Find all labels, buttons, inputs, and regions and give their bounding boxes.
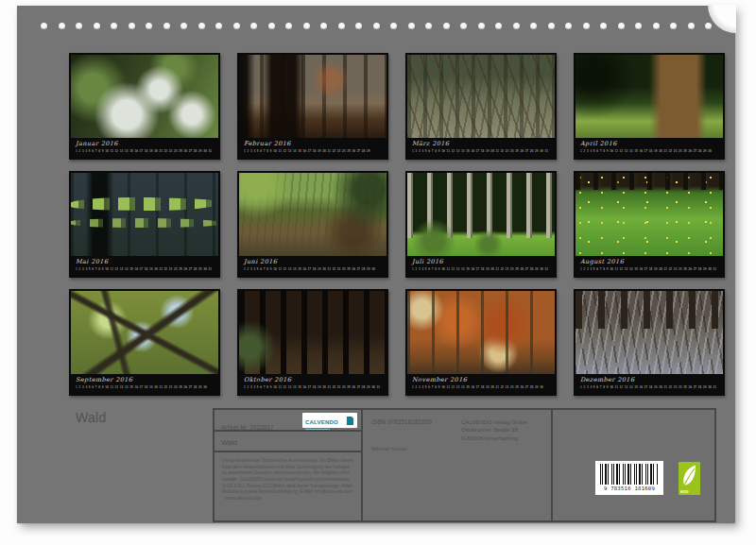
binding-hole xyxy=(443,23,450,29)
binding-hole xyxy=(146,23,152,29)
month-photo-autumn-foliage xyxy=(407,291,555,374)
month-dates-row: 1 2 3 4 5 6 7 8 9 10 11 12 13 14 15 16 1… xyxy=(412,148,551,153)
month-strip: August 20161 2 3 4 5 6 7 8 9 10 11 12 13… xyxy=(576,256,723,276)
binding-hole xyxy=(495,23,502,29)
month-label: Januar 2016 xyxy=(76,140,214,148)
month-strip: Mai 20161 2 3 4 5 6 7 8 9 10 11 12 13 14… xyxy=(71,256,218,276)
article-number-cell: Artikel-Nr. 2032817 CALVENDO xyxy=(215,410,361,432)
barcode-bars xyxy=(600,464,659,485)
month-thumb-12: Dezember 20161 2 3 4 5 6 7 8 9 10 11 12 … xyxy=(574,289,725,396)
binding-hole xyxy=(618,23,625,29)
month-dates-row: 1 2 3 4 5 6 7 8 9 10 11 12 13 14 15 16 1… xyxy=(412,384,551,389)
binding-hole xyxy=(268,23,275,29)
month-thumb-8: August 20161 2 3 4 5 6 7 8 9 10 11 12 13… xyxy=(574,171,725,278)
page-curl-corner xyxy=(708,5,736,33)
binding-hole xyxy=(285,23,292,29)
month-dates-row: 1 2 3 4 5 6 7 8 9 10 11 12 13 14 15 16 1… xyxy=(244,266,383,271)
month-strip: Juni 20161 2 3 4 5 6 7 8 9 10 11 12 13 1… xyxy=(239,256,387,276)
binding-hole xyxy=(548,23,555,29)
barcode-digits: 9 783516 181609 xyxy=(600,485,659,491)
month-strip: Dezember 20161 2 3 4 5 6 7 8 9 10 11 12 … xyxy=(576,374,723,394)
month-label: Februar 2016 xyxy=(244,140,382,148)
month-strip: November 20161 2 3 4 5 6 7 8 9 10 11 12 … xyxy=(407,374,555,394)
binding-hole xyxy=(59,23,65,29)
month-thumb-6: Juni 20161 2 3 4 5 6 7 8 9 10 11 12 13 1… xyxy=(237,171,388,278)
month-strip: Oktober 20161 2 3 4 5 6 7 8 9 10 11 12 1… xyxy=(239,374,387,394)
binding-hole xyxy=(111,23,117,29)
month-dates-row: 1 2 3 4 5 6 7 8 9 10 11 12 13 14 15 16 1… xyxy=(76,266,215,271)
calvendo-logo: CALVENDO xyxy=(302,413,357,428)
binding-hole xyxy=(180,23,187,29)
binding-hole xyxy=(460,23,467,29)
binding-hole xyxy=(408,23,415,29)
eco-leaf-icon xyxy=(680,464,698,488)
month-photo-dark-forest-interior xyxy=(239,291,387,374)
month-dates-row: 1 2 3 4 5 6 7 8 9 10 11 12 13 14 15 16 1… xyxy=(580,266,719,271)
month-photo-mossy-glade-trunk xyxy=(576,55,723,138)
month-dates-row: 1 2 3 4 5 6 7 8 9 10 11 12 13 14 15 16 1… xyxy=(580,148,719,153)
publisher-line-3: D-82008 Unterhaching xyxy=(461,434,527,442)
month-label: November 2016 xyxy=(412,376,550,384)
month-dates-row: 1 2 3 4 5 6 7 8 9 10 11 12 13 14 15 16 1… xyxy=(412,266,551,271)
product-info-box: Artikel-Nr. 2032817 CALVENDO Wald Infolg… xyxy=(213,408,716,522)
author-name: Werner Gruse xyxy=(371,446,407,451)
publisher-address: CALVENDO Verlag GmbH Ottobrunner Straße … xyxy=(461,418,527,442)
publisher-line-2: Ottobrunner Straße 39 xyxy=(461,426,527,434)
month-photo-canopy-skyward xyxy=(71,291,218,374)
article-number: Artikel-Nr. 2032817 xyxy=(221,424,274,431)
binding-hole xyxy=(373,23,380,29)
binding-hole xyxy=(94,23,100,29)
month-thumb-4: April 20161 2 3 4 5 6 7 8 9 10 11 12 13 … xyxy=(574,53,725,160)
binding-holes xyxy=(41,23,712,29)
binding-hole xyxy=(390,23,397,29)
binding-hole xyxy=(129,23,135,29)
month-label: April 2016 xyxy=(580,140,718,148)
binding-hole xyxy=(670,23,677,29)
binding-hole xyxy=(513,23,520,29)
month-label: August 2016 xyxy=(580,258,718,266)
binding-hole xyxy=(583,23,590,29)
binding-hole xyxy=(600,23,607,29)
calvendo-logo-text: CALVENDO xyxy=(305,419,338,425)
month-thumb-10: Oktober 20161 2 3 4 5 6 7 8 9 10 11 12 1… xyxy=(237,289,388,396)
binding-hole xyxy=(425,23,432,29)
info-col-article: Artikel-Nr. 2032817 CALVENDO Wald Infolg… xyxy=(215,410,363,520)
month-label: Mai 2016 xyxy=(76,258,214,266)
isbn-text: ISBN 9783516181609 xyxy=(371,418,432,425)
binding-hole xyxy=(478,23,485,29)
month-thumb-9: September 20161 2 3 4 5 6 7 8 9 10 11 12… xyxy=(69,289,220,396)
binding-hole xyxy=(530,23,537,29)
info-col-isbn: ISBN 9783516181609 Werner Gruse CALVENDO… xyxy=(363,410,553,520)
eco-badge: eco xyxy=(679,462,700,495)
month-dates-row: 1 2 3 4 5 6 7 8 9 10 11 12 13 14 15 16 1… xyxy=(76,148,215,153)
month-label: März 2016 xyxy=(412,140,550,148)
month-label: Oktober 2016 xyxy=(244,376,382,384)
binding-hole xyxy=(565,23,572,29)
month-photo-dark-forest-trunk xyxy=(239,55,387,138)
month-thumb-7: Juli 20161 2 3 4 5 6 7 8 9 10 11 12 13 1… xyxy=(405,171,557,278)
binding-hole xyxy=(41,23,47,29)
month-strip: Juli 20161 2 3 4 5 6 7 8 9 10 11 12 13 1… xyxy=(407,256,555,276)
cover-card: Januar 20161 2 3 4 5 6 7 8 9 10 11 12 13… xyxy=(17,6,735,523)
month-dates-row: 1 2 3 4 5 6 7 8 9 10 11 12 13 14 15 16 1… xyxy=(244,384,383,389)
month-photo-undergrowth-closeup xyxy=(239,173,387,256)
month-photo-deadwood-forest-floor xyxy=(407,55,555,138)
month-thumb-5: Mai 20161 2 3 4 5 6 7 8 9 10 11 12 13 14… xyxy=(69,171,220,278)
barcode: 9 783516 181609 xyxy=(595,461,663,495)
month-thumb-11: November 20161 2 3 4 5 6 7 8 9 10 11 12 … xyxy=(405,289,557,396)
binding-hole xyxy=(338,23,345,29)
month-strip: September 20161 2 3 4 5 6 7 8 9 10 11 12… xyxy=(71,374,218,394)
month-photo-flower-meadow xyxy=(576,173,723,256)
month-thumb-3: März 20161 2 3 4 5 6 7 8 9 10 11 12 13 1… xyxy=(405,53,557,160)
binding-hole xyxy=(355,23,362,29)
calendar-grid: Januar 20161 2 3 4 5 6 7 8 9 10 11 12 13… xyxy=(69,53,725,396)
calvendo-book-icon xyxy=(346,416,354,426)
month-strip: März 20161 2 3 4 5 6 7 8 9 10 11 12 13 1… xyxy=(407,138,555,158)
calvendo-logo-tagline xyxy=(305,429,330,430)
binding-hole xyxy=(215,23,222,29)
month-strip: Januar 20161 2 3 4 5 6 7 8 9 10 11 12 13… xyxy=(71,138,218,158)
month-label: Dezember 2016 xyxy=(580,376,718,384)
binding-hole xyxy=(163,23,170,29)
month-photo-frosty-forest-floor xyxy=(576,291,723,374)
month-label: Juli 2016 xyxy=(412,258,550,266)
